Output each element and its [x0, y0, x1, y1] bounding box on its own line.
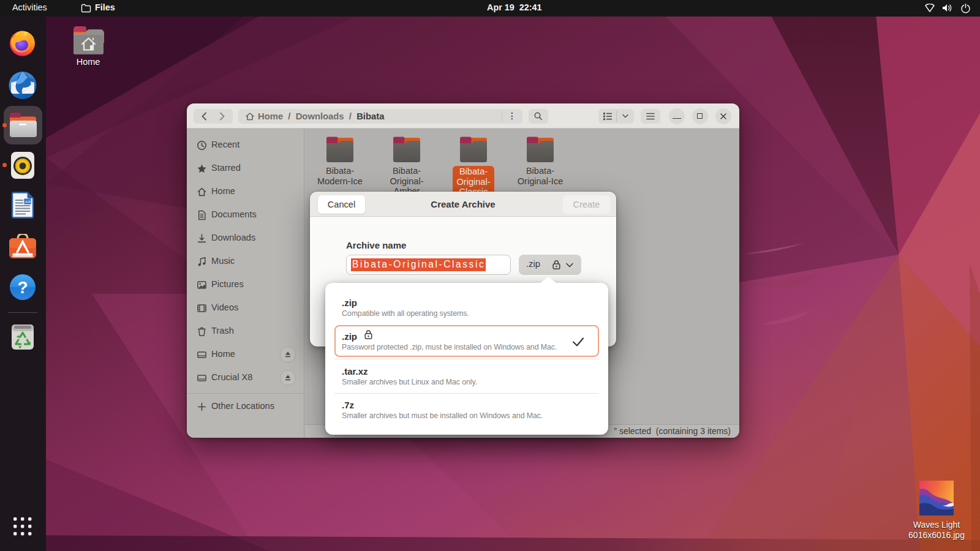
svg-text:?: ?: [17, 278, 28, 297]
